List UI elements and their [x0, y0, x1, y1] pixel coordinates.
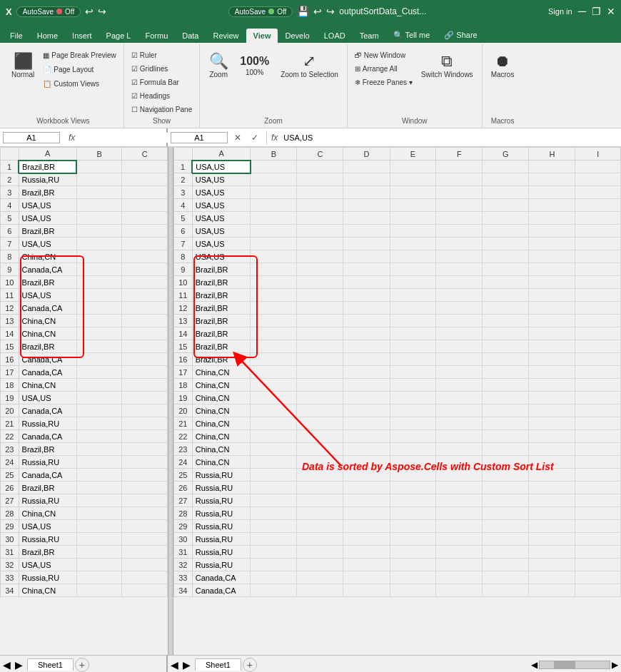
right-cell[interactable]: Brazil,BR	[192, 263, 251, 276]
right-cell[interactable]	[575, 173, 621, 186]
right-cell[interactable]	[529, 520, 575, 533]
left-cell[interactable]	[122, 263, 168, 276]
right-cell[interactable]	[436, 199, 483, 212]
left-cell[interactable]	[122, 238, 168, 250]
signin-button[interactable]: Sign in	[548, 7, 572, 16]
right-cell[interactable]: Russia,RU	[192, 520, 251, 533]
right-sheet-area[interactable]: A B C D E F G H I 1USA,US2USA,US3USA,US4…	[173, 147, 621, 655]
right-cell[interactable]	[390, 520, 436, 533]
right-cell[interactable]	[251, 366, 297, 379]
left-cell[interactable]: USA,US	[19, 392, 76, 404]
right-cell[interactable]	[343, 417, 390, 430]
left-cell[interactable]: Russia,RU	[19, 571, 76, 584]
right-cell[interactable]	[297, 340, 343, 353]
right-cell[interactable]	[529, 238, 575, 250]
right-cell[interactable]	[343, 456, 390, 469]
right-cell[interactable]	[575, 520, 621, 533]
right-cell[interactable]	[483, 161, 529, 173]
right-cell[interactable]	[390, 327, 436, 340]
right-cell[interactable]	[436, 456, 483, 469]
left-cell[interactable]	[122, 469, 168, 482]
right-cell[interactable]	[390, 340, 436, 353]
right-cell[interactable]	[297, 469, 343, 482]
right-cell[interactable]	[575, 302, 621, 315]
right-cell[interactable]	[343, 443, 390, 456]
zoom-selection-button[interactable]: ⤢ Zoom to Selection	[276, 46, 343, 86]
right-cell[interactable]	[343, 353, 390, 366]
left-cell[interactable]	[122, 443, 168, 456]
right-cell[interactable]	[251, 225, 297, 238]
left-cell[interactable]	[76, 482, 121, 494]
redo-icon[interactable]: ↪	[98, 6, 106, 17]
right-cell[interactable]	[436, 392, 483, 404]
right-col-h[interactable]: H	[529, 148, 575, 161]
left-sheet-area[interactable]: A B C 1Brazil,BR2Russia,RU3Brazil,BR4USA…	[0, 147, 168, 655]
right-cell[interactable]	[343, 199, 390, 212]
right-cell[interactable]	[575, 494, 621, 507]
zoom-button[interactable]: 🔍 Zoom	[204, 46, 233, 86]
left-cell[interactable]: Russia,RU	[19, 533, 76, 546]
left-scroll-tabs-left[interactable]: ◀	[3, 659, 11, 671]
right-cell[interactable]	[483, 353, 529, 366]
right-cell[interactable]	[343, 238, 390, 250]
right-cell[interactable]	[483, 584, 529, 597]
right-cell[interactable]	[343, 340, 390, 353]
right-formula-input[interactable]	[281, 133, 618, 143]
right-cell[interactable]	[390, 302, 436, 315]
right-cell[interactable]	[483, 430, 529, 443]
right-cell[interactable]	[483, 173, 529, 186]
right-cell[interactable]: Brazil,BR	[192, 327, 251, 340]
left-cell[interactable]	[122, 366, 168, 379]
left-cell[interactable]	[122, 276, 168, 289]
right-cell[interactable]	[251, 379, 297, 392]
right-cell[interactable]	[343, 392, 390, 404]
right-cell[interactable]: Russia,RU	[192, 559, 251, 571]
right-cell[interactable]	[575, 327, 621, 340]
right-cell[interactable]	[251, 546, 297, 559]
right-cell[interactable]	[529, 494, 575, 507]
left-cell[interactable]: Canada,CA	[19, 430, 76, 443]
right-cell[interactable]	[343, 404, 390, 417]
right-cell[interactable]	[297, 315, 343, 327]
right-cell[interactable]	[297, 327, 343, 340]
right-cell[interactable]	[297, 456, 343, 469]
headings-check[interactable]: ☑Headings	[128, 89, 195, 102]
right-cell[interactable]	[529, 186, 575, 199]
right-cell[interactable]	[343, 559, 390, 571]
left-cell[interactable]: Brazil,BR	[19, 340, 76, 353]
left-cell[interactable]	[76, 392, 121, 404]
right-cell[interactable]	[297, 546, 343, 559]
right-cell[interactable]	[297, 443, 343, 456]
right-cell[interactable]	[251, 212, 297, 225]
right-cell[interactable]: Brazil,BR	[192, 289, 251, 302]
left-cell[interactable]	[76, 225, 121, 238]
right-cell[interactable]	[483, 212, 529, 225]
left-cell[interactable]	[122, 456, 168, 469]
right-cell[interactable]	[343, 250, 390, 263]
right-cell[interactable]	[436, 289, 483, 302]
tab-formulas[interactable]: Formu	[138, 29, 175, 43]
right-cell[interactable]	[343, 533, 390, 546]
right-cell[interactable]	[483, 507, 529, 520]
minimize-icon[interactable]: ─	[578, 5, 586, 18]
right-cell[interactable]	[483, 289, 529, 302]
left-cell[interactable]	[122, 161, 168, 173]
right-cell[interactable]: China,CN	[192, 417, 251, 430]
right-col-g[interactable]: G	[483, 148, 529, 161]
right-cell[interactable]	[251, 533, 297, 546]
tab-data[interactable]: Data	[175, 29, 206, 43]
right-cell[interactable]	[297, 571, 343, 584]
right-cell[interactable]	[251, 469, 297, 482]
right-cell[interactable]: Canada,CA	[192, 584, 251, 597]
right-cell[interactable]	[529, 430, 575, 443]
right-cell[interactable]	[436, 366, 483, 379]
right-cell[interactable]	[297, 289, 343, 302]
right-cell[interactable]	[575, 199, 621, 212]
right-cell[interactable]	[575, 571, 621, 584]
right-cell[interactable]: China,CN	[192, 404, 251, 417]
right-cell[interactable]	[343, 263, 390, 276]
hscroll-right[interactable]: ▶	[612, 660, 618, 670]
right-cell[interactable]	[575, 533, 621, 546]
left-cell[interactable]	[76, 302, 121, 315]
right-cell[interactable]: Russia,RU	[192, 546, 251, 559]
